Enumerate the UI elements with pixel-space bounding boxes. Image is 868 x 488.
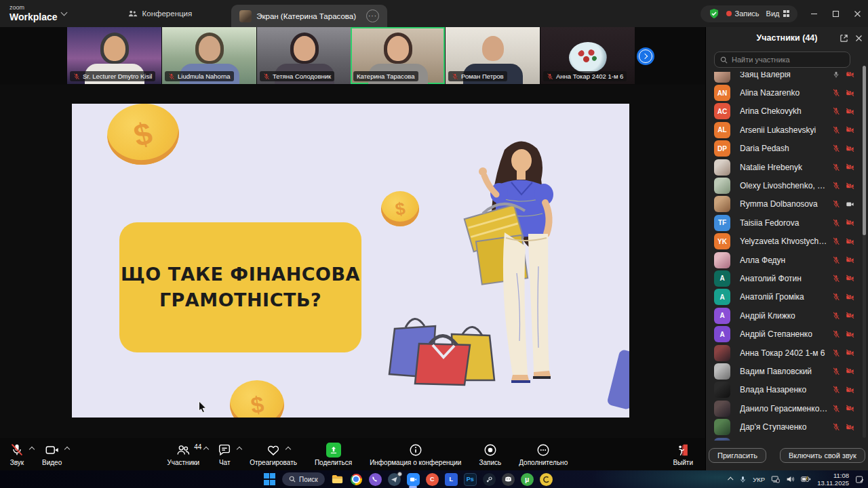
participant-row[interactable]: ALArsenii Lukashevskyi (706, 121, 859, 139)
shield-check-icon[interactable] (709, 8, 719, 19)
record-button[interactable]: Запись (479, 442, 501, 466)
participant-name: Вадим Павловский (740, 367, 828, 376)
avatar: A (714, 270, 730, 287)
tab-meeting[interactable]: Конференция (115, 0, 205, 27)
leave-button[interactable]: Выйти (673, 442, 693, 466)
telegram-icon[interactable] (388, 473, 401, 486)
battery-icon[interactable] (801, 475, 811, 483)
unmute-button[interactable]: Включить свой звук (780, 448, 865, 463)
participant-name-chip: Роман Петров (448, 71, 507, 81)
view-button[interactable]: Вид (766, 9, 789, 18)
meeting-content: Sr. Lecturer Dmytro Kisil Liudmula Nahor… (0, 27, 705, 470)
participant-row[interactable]: Заяц Валерія (706, 72, 859, 83)
search-participant-input[interactable]: Найти участника (714, 52, 850, 68)
video-button[interactable]: Видео (42, 442, 62, 466)
tray-mic-icon[interactable] (739, 475, 747, 484)
participant-row[interactable]: AАндрій Клижко (706, 306, 859, 325)
video-thumbnail[interactable]: Роман Петров (446, 27, 540, 84)
file-explorer-icon[interactable] (331, 473, 344, 486)
close-panel-icon[interactable] (855, 35, 863, 42)
steam-icon[interactable] (483, 473, 496, 486)
participant-row[interactable]: DPDaria Pedash (706, 140, 859, 158)
chevron-up-icon[interactable] (29, 447, 35, 452)
participant-row[interactable] (706, 436, 859, 441)
speaker-icon[interactable] (786, 475, 795, 483)
participant-row[interactable]: Данило Герасименко ВЕТ 2301-1м-… (706, 399, 859, 418)
chevron-up-icon[interactable] (203, 447, 209, 452)
tray-chevron-icon[interactable] (728, 476, 733, 482)
participants-label: Участники (167, 459, 199, 466)
video-thumbnail[interactable]: Анна Токар 2402 1-м 6 (540, 27, 635, 84)
minimize-button[interactable] (803, 0, 825, 27)
chat-button[interactable]: Чат (217, 442, 232, 466)
participant-row[interactable]: Вадим Павловский (706, 362, 859, 380)
mic-muted-icon (832, 367, 840, 375)
l-app-icon[interactable]: L (445, 473, 458, 486)
participants-button[interactable]: 44Участники (167, 442, 199, 466)
language-indicator[interactable]: УКР (753, 476, 765, 483)
chevron-up-icon[interactable] (237, 447, 242, 452)
invite-button[interactable]: Пригласить (709, 448, 766, 463)
participant-row[interactable]: Rymma Dolbanosova (706, 195, 859, 214)
clock[interactable]: 11:08 13.11.2025 (817, 472, 849, 487)
mic-muted-icon (832, 126, 840, 134)
participant-row[interactable]: AАнатолій Громіка (706, 288, 859, 306)
participant-row[interactable]: Влада Назаренко (706, 381, 859, 399)
slide-title-line2: ГРАМОТНІСТЬ? (159, 287, 321, 313)
recording-indicator[interactable]: Запись (726, 9, 760, 18)
info-icon (408, 443, 423, 458)
video-thumbnail[interactable]: Sr. Lecturer Dmytro Kisil (67, 27, 161, 84)
display-icon[interactable] (771, 475, 780, 483)
info-button[interactable]: Информация о конференции (370, 442, 461, 466)
zoom-workplace-logo[interactable]: zoom Workplace (0, 5, 75, 22)
photoshop-icon[interactable]: Ps (464, 473, 477, 486)
participant-row[interactable]: Natalie Hrebenyk (706, 158, 859, 176)
maximize-button[interactable] (825, 0, 846, 27)
participant-row[interactable]: TFTaisiia Fedorova (706, 214, 859, 232)
participant-row[interactable]: Анна Токар 2402 1-м 6 (706, 344, 859, 362)
mic-muted-icon (547, 73, 553, 80)
zoom-app-icon[interactable] (407, 473, 420, 486)
participant-row[interactable]: Дар'я Ступаченко (706, 418, 859, 436)
chevron-up-icon[interactable] (64, 447, 69, 452)
media-app-icon[interactable] (540, 473, 553, 486)
notification-icon[interactable] (855, 475, 864, 484)
photo-avatar (569, 42, 607, 73)
chevron-down-icon (60, 9, 67, 16)
participant-name: Данило Герасименко ВЕТ 2301-1м-… (740, 404, 828, 413)
avatar: A (714, 308, 730, 324)
more-button[interactable]: Дополнительно (519, 442, 568, 466)
react-button[interactable]: Отреагировать (250, 442, 297, 466)
participant-row[interactable]: ANAlina Nazarenko (706, 83, 859, 102)
participant-name: Arina Chekovykh (740, 106, 828, 116)
participant-row[interactable]: AАнатолий Фотин (706, 269, 859, 287)
utorrent-icon[interactable]: µ (521, 473, 534, 486)
chevron-up-icon[interactable] (285, 447, 291, 452)
participant-row[interactable]: YKYelyzaveta Khvostychenko (706, 232, 859, 251)
viber-icon[interactable] (369, 473, 382, 486)
search-icon[interactable]: Поиск (282, 472, 325, 486)
camera-off-icon (846, 163, 854, 171)
heart-icon (266, 443, 281, 458)
participant-row[interactable]: Алла Федун (706, 251, 859, 269)
audio-button[interactable]: Звук (9, 442, 24, 466)
close-button[interactable] (846, 0, 868, 27)
tab-screen-share[interactable]: Экран (Катерина Тарасова) ··· (231, 5, 387, 27)
discord-icon[interactable] (502, 473, 515, 486)
video-thumbnail[interactable]: Катерина Тарасова (351, 27, 445, 84)
windows-start-icon[interactable] (263, 473, 276, 486)
chrome-icon[interactable] (350, 473, 363, 486)
participant-row[interactable]: AАндрій Степаненко (706, 325, 859, 343)
share-button[interactable]: Поделиться (315, 442, 352, 466)
participant-row[interactable]: ACArina Chekovykh (706, 102, 859, 121)
video-thumbnail[interactable]: Тетяна Солодовник (257, 27, 351, 84)
next-page-button[interactable] (637, 47, 654, 65)
popout-icon[interactable] (840, 34, 848, 43)
video-thumbnail[interactable]: Liudmula Nahorna (162, 27, 256, 84)
participant-row[interactable]: Olexy Livoshchenko, SNAU (706, 176, 859, 195)
tab-more-icon[interactable]: ··· (366, 9, 379, 22)
c-app-icon[interactable]: C (426, 473, 439, 486)
scrollbar-thumb[interactable] (863, 66, 866, 235)
leave-icon (675, 443, 690, 458)
participants-header: Участники (44) (706, 27, 868, 49)
